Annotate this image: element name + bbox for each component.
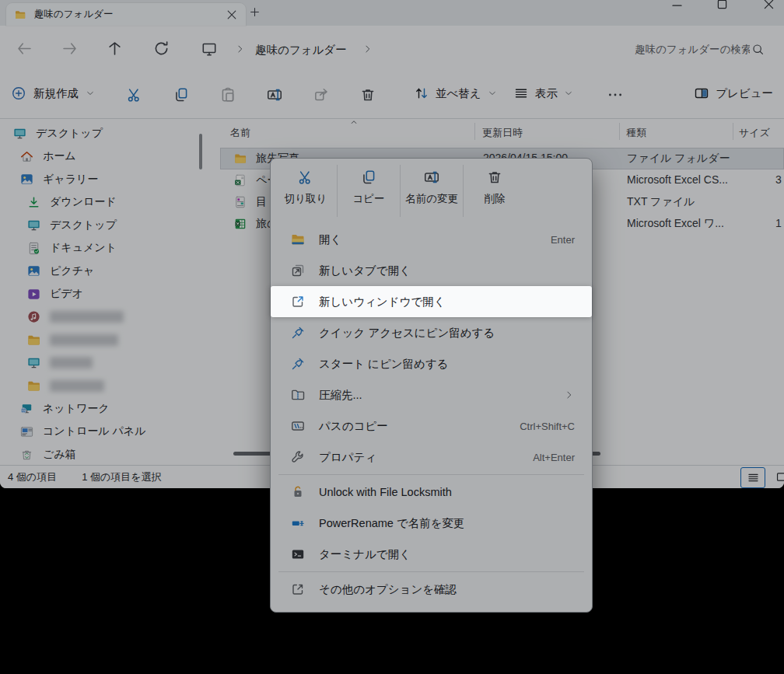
- tab-close-icon[interactable]: [226, 9, 238, 21]
- column-modified[interactable]: 更新日時: [482, 126, 523, 140]
- back-button[interactable]: [16, 40, 33, 58]
- sidebar-item-label: ピクチャ: [50, 264, 94, 278]
- network-icon: [19, 401, 34, 416]
- sidebar-item[interactable]: [0, 329, 218, 352]
- menu-item-show-more-options[interactable]: その他のオプションを確認: [271, 574, 592, 605]
- paste-button[interactable]: [219, 86, 236, 103]
- sidebar-item[interactable]: [0, 306, 218, 329]
- new-button[interactable]: 新規作成: [11, 86, 95, 101]
- column-divider[interactable]: [619, 123, 620, 140]
- excel-icon: [233, 217, 247, 231]
- view-button[interactable]: 表示: [513, 86, 573, 101]
- breadcrumb[interactable]: 趣味のフォルダー: [255, 43, 347, 58]
- maximize-button[interactable]: [716, 0, 729, 11]
- sidebar-item-ホーム[interactable]: ホーム: [0, 145, 218, 169]
- menu-item-file-locksmith[interactable]: Unlock with File Locksmith: [271, 477, 592, 508]
- sort-button[interactable]: 並べ替え: [414, 86, 497, 101]
- refresh-button[interactable]: [152, 40, 170, 58]
- cut-button[interactable]: [126, 86, 143, 103]
- delete-button[interactable]: [359, 86, 376, 103]
- menu-item-pin-quick-access[interactable]: クイック アクセスにピン留めする: [271, 317, 592, 348]
- sidebar-item-ごみ箱[interactable]: ごみ箱: [0, 443, 218, 465]
- chevron-right-icon[interactable]: [235, 44, 246, 54]
- sidebar-item-ネットワーク[interactable]: ネットワーク: [0, 397, 218, 421]
- minimize-button[interactable]: [670, 0, 684, 11]
- preview-button[interactable]: プレビュー: [694, 86, 773, 101]
- sidebar-item-デスクトップ[interactable]: デスクトップ: [0, 214, 218, 237]
- sidebar-item-ギャラリー[interactable]: ギャラリー: [0, 168, 218, 191]
- sidebar-item-ダウンロード[interactable]: ダウンロード: [0, 191, 218, 215]
- details-view-button[interactable]: [740, 467, 765, 488]
- sidebar-item-label: ホーム: [43, 149, 76, 163]
- music-icon: [26, 309, 41, 324]
- rename-button[interactable]: [266, 86, 283, 103]
- zip-icon: [290, 387, 306, 403]
- file-type: Microsoft Excel CS...: [627, 173, 728, 186]
- chevron-right-icon[interactable]: [362, 44, 373, 54]
- icons-view-button[interactable]: [770, 467, 784, 487]
- quick-action-rename[interactable]: 名前の変更: [400, 165, 463, 217]
- menu-separator: [278, 474, 584, 475]
- sidebar-item[interactable]: [0, 351, 218, 375]
- more-options-icon: [290, 581, 306, 597]
- control-panel-icon: [19, 424, 34, 439]
- sidebar-item-ビデオ[interactable]: ビデオ: [0, 283, 218, 306]
- close-button[interactable]: [762, 0, 775, 11]
- gallery-icon: [19, 172, 34, 187]
- menu-item-copy-path[interactable]: パスのコピーCtrl+Shift+C: [271, 410, 592, 442]
- new-button-label: 新規作成: [33, 86, 79, 101]
- sidebar-item-ピクチャ[interactable]: ピクチャ: [0, 260, 218, 283]
- powerrename-icon: [290, 515, 306, 531]
- column-divider[interactable]: [474, 123, 475, 140]
- menu-item-open-new-tab[interactable]: 新しいタブで開く: [271, 255, 592, 286]
- plus-circle-icon: [11, 86, 26, 101]
- sidebar-item-label: ビデオ: [50, 287, 83, 301]
- recycle-bin-icon: [19, 447, 34, 462]
- sidebar-item[interactable]: [0, 375, 218, 398]
- menu-item-compress-to[interactable]: 圧縮先...: [271, 379, 592, 410]
- menu-item-open[interactable]: 開くEnter: [271, 224, 592, 255]
- menu-item-label: その他のオプションを確認: [319, 582, 575, 597]
- quick-action-cut[interactable]: 切り取り: [275, 165, 337, 217]
- forward-button[interactable]: [61, 40, 79, 58]
- this-pc-icon[interactable]: [201, 40, 218, 58]
- copy-button[interactable]: [173, 86, 190, 103]
- folder-icon: [26, 379, 41, 393]
- menu-separator: [278, 571, 584, 572]
- menu-item-pin-start[interactable]: スタート にピン留めする: [271, 348, 592, 379]
- column-size[interactable]: サイズ: [739, 126, 770, 140]
- menu-item-open-terminal[interactable]: ターミナルで開く: [271, 539, 592, 570]
- menu-item-open-new-window[interactable]: 新しいウィンドウで開く: [271, 286, 592, 317]
- menu-item-label: ターミナルで開く: [319, 547, 575, 562]
- share-button[interactable]: [313, 86, 330, 103]
- tab-hobby-folder[interactable]: 趣味のフォルダー: [6, 3, 246, 26]
- menu-item-powerrename[interactable]: PowerRename で名前を変更: [271, 508, 592, 539]
- chevron-down-icon: [488, 89, 497, 98]
- sidebar-item-ドキュメント[interactable]: ドキュメント: [0, 237, 218, 260]
- sidebar-item-コントロール パネル[interactable]: コントロール パネル: [0, 421, 218, 444]
- column-name[interactable]: 名前: [230, 126, 250, 140]
- quick-action-copy[interactable]: コピー: [337, 165, 400, 217]
- more-options-button[interactable]: [607, 86, 624, 103]
- chevron-down-icon: [86, 89, 95, 98]
- copy-icon: [360, 169, 377, 186]
- sidebar-scrollbar[interactable]: [199, 134, 202, 169]
- navigation-pane: デスクトップホームギャラリーダウンロードデスクトップドキュメントピクチャビデオネ…: [0, 118, 218, 465]
- column-divider[interactable]: [733, 123, 733, 140]
- folder-open-icon: [290, 232, 306, 247]
- menu-item-properties[interactable]: プロパティAlt+Enter: [271, 442, 592, 473]
- txt-icon: [233, 195, 247, 209]
- new-tab-button[interactable]: [249, 6, 261, 18]
- menu-item-label: PowerRename で名前を変更: [319, 516, 575, 531]
- quick-action-delete[interactable]: 削除: [463, 165, 526, 217]
- wrench-icon: [290, 449, 306, 465]
- preview-panel-icon: [694, 86, 709, 101]
- menu-item-shortcut: Ctrl+Shift+C: [520, 421, 575, 432]
- search-input[interactable]: 趣味のフォルダーの検索: [635, 39, 773, 60]
- sidebar-item-デスクトップ[interactable]: デスクトップ: [0, 122, 218, 145]
- column-type[interactable]: 種類: [626, 126, 646, 140]
- home-icon: [19, 149, 34, 164]
- copy-path-icon: [290, 418, 306, 434]
- up-button[interactable]: [106, 40, 124, 58]
- cut-icon: [297, 169, 314, 186]
